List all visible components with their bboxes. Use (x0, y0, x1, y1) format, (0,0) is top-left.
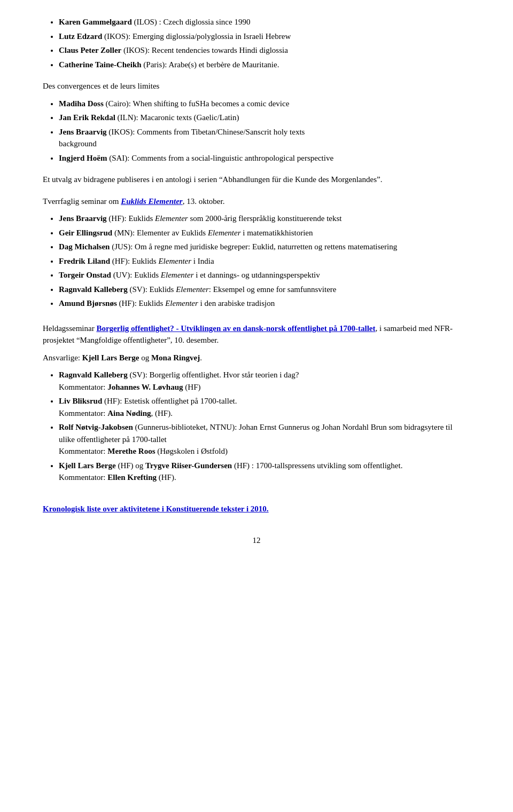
item-text: (IKOS): Comments from Tibetan/Chinese/Sa… (107, 128, 305, 136)
item-text: (JUS): Om å regne med juridiske begreper… (110, 242, 397, 251)
tverrfaglig-section: Tverrfaglig seminar om Euklids Elementer… (43, 195, 470, 310)
intro-bullet-section: Karen Gammelgaard (ILOS) : Czech digloss… (43, 16, 470, 70)
ansvarlige-period: . (200, 353, 202, 362)
author-name: Torgeir Onstad (59, 271, 111, 279)
item-text: (ILOS) : Czech diglossia since 1990 (132, 18, 251, 26)
author-name: Jens Braarvig (59, 128, 107, 136)
author-name: Lutz Edzard (59, 32, 102, 41)
convergences-section: Des convergences et de leurs limites Mad… (43, 80, 470, 164)
kommentar-label: Kommentator: (59, 473, 107, 482)
list-item: Amund Bjørsnøs (HF): Euklids Elementer i… (59, 297, 470, 310)
heldags-bullet-list: Ragnvald Kalleberg (SV): Borgerlig offen… (59, 369, 470, 484)
kommentar-name: Ellen Krefting (107, 473, 157, 482)
list-item: Jan Erik Rekdal (ILN): Macaronic texts (… (59, 112, 470, 124)
list-item: Madiha Doss (Cairo): When shifting to fu… (59, 98, 470, 110)
item-text: (HF): Euklids Elementer i den arabiske t… (117, 299, 275, 308)
kommentar-label: Kommentator: (59, 447, 107, 455)
kommentar-name: Johannes W. Løvhaug (107, 383, 183, 391)
convergences-bullet-list: Madiha Doss (Cairo): When shifting to fu… (59, 98, 470, 164)
author-name: Dag Michalsen (59, 242, 110, 251)
tverrfaglig-link[interactable]: Euklids Elementer (121, 197, 182, 206)
page-number: 12 (43, 536, 470, 545)
item-text: (IKOS): Recent tendencies towards Hindi … (121, 46, 288, 54)
author-name: Jan Erik Rekdal (59, 113, 115, 122)
item-text: (ILN): Macaronic texts (Gaelic/Latin) (115, 113, 239, 122)
convergences-intro: Des convergences et de leurs limites (43, 80, 470, 92)
final-link-paragraph: Kronologisk liste over aktivitetene i Ko… (43, 503, 470, 515)
list-item: Ingjerd Hoëm (SAI): Comments from a soci… (59, 152, 470, 164)
author-name: Madiha Doss (59, 99, 104, 108)
list-item: Geir Ellingsrud (MN): Elementer av Eukli… (59, 227, 470, 239)
item-text: (UV): Euklids Elementer i et dannings- o… (111, 271, 320, 279)
ansvarlige-text: Ansvarlige: Kjell Lars Berge og Mona Rin… (43, 352, 470, 364)
main-content: Karen Gammelgaard (ILOS) : Czech digloss… (43, 16, 470, 545)
author-name: Kjell Lars Berge (59, 461, 116, 470)
kommentar-rest: (Høgskolen i Østfold) (156, 447, 228, 455)
heldags-section: Heldagsseminar Borgerlig offentlighet? -… (43, 322, 470, 484)
heldags-link[interactable]: Borgerlig offentlighet? - Utviklingen av… (96, 324, 375, 333)
ansvarlige-label: Ansvarlige: (43, 353, 82, 362)
item-text: (Cairo): When shifting to fuSHa becomes … (104, 99, 290, 108)
heldags-intro-text: Heldagsseminar Borgerlig offentlighet? -… (43, 322, 470, 346)
list-item: Dag Michalsen (JUS): Om å regne med juri… (59, 241, 470, 253)
list-item: Fredrik Liland (HF): Euklids Elementer i… (59, 255, 470, 267)
author-name: Karen Gammelgaard (59, 18, 132, 26)
kommentar-label: Kommentator: (59, 383, 107, 391)
item-text: (HF): Euklids Elementer som 2000-årig fl… (107, 214, 342, 223)
list-item: Rolf Nøtvig-Jakobsen (Gunnerus-bibliotek… (59, 421, 470, 458)
item-text: (HF): Euklids Elementer i India (110, 257, 214, 265)
item-text: (MN): Elementer av Euklids Elementer i m… (112, 228, 313, 237)
kommentar-name: Merethe Roos (107, 447, 155, 455)
heldags-label: Heldagsseminar (43, 324, 96, 333)
author-name: Jens Braarvig (59, 214, 107, 223)
list-item: Karen Gammelgaard (ILOS) : Czech digloss… (59, 16, 470, 28)
author-name: Fredrik Liland (59, 257, 110, 265)
page-number-text: 12 (253, 536, 261, 545)
background-text: background (59, 139, 97, 148)
list-item: Claus Peter Zoller (IKOS): Recent tenden… (59, 44, 470, 57)
ansvarlige-og: og (139, 353, 151, 362)
author-name: Ingjerd Hoëm (59, 154, 107, 162)
list-item: Kjell Lars Berge (HF) og Trygve Riiser-G… (59, 460, 470, 484)
list-item: Liv Bliksrud (HF): Estetisk offentlighet… (59, 395, 470, 419)
list-item: Torgeir Onstad (UV): Euklids Elementer i… (59, 269, 470, 281)
list-item: Jens Braarvig (HF): Euklids Elementer so… (59, 212, 470, 225)
author-name: Catherine Taine-Cheikh (59, 60, 142, 69)
final-link-section: Kronologisk liste over aktivitetene i Ko… (43, 503, 470, 515)
author-name: Geir Ellingsrud (59, 228, 112, 237)
list-item: Catherine Taine-Cheikh (Paris): Arabe(s)… (59, 59, 470, 71)
item-text2: (HF) : 1700-tallspressens utvikling som … (232, 461, 402, 470)
author-name: Claus Peter Zoller (59, 46, 121, 54)
item-text: (HF): Estetisk offentlighet på 1700-tall… (102, 397, 237, 405)
item-text: (SV): Euklids Elementer: Eksempel og emn… (128, 285, 337, 294)
item-text: (HF) og (116, 461, 145, 470)
author-name: Amund Bjørsnøs (59, 299, 117, 308)
antologi-section: Et utvalg av bidragene publiseres i en a… (43, 174, 470, 186)
kommentar-name: Aina Nøding (107, 409, 151, 417)
ansvarlige-name1: Kjell Lars Berge (82, 353, 139, 362)
intro-bullet-list: Karen Gammelgaard (ILOS) : Czech digloss… (59, 16, 470, 70)
kommentar-rest: , (HF). (151, 409, 173, 417)
item-text: (Paris): Arabe(s) et berbère de Mauritan… (142, 60, 279, 69)
author-name: Rolf Nøtvig-Jakobsen (59, 423, 133, 431)
list-item: Lutz Edzard (IKOS): Emerging diglossia/p… (59, 30, 470, 43)
author-name2: Trygve Riiser-Gundersen (145, 461, 232, 470)
kommentar-label: Kommentator: (59, 409, 107, 417)
final-link[interactable]: Kronologisk liste over aktivitetene i Ko… (43, 504, 269, 513)
author-name: Ragnvald Kalleberg (59, 370, 128, 379)
antologi-text: Et utvalg av bidragene publiseres i en a… (43, 174, 470, 186)
author-name: Ragnvald Kalleberg (59, 285, 128, 294)
tverrfaglig-label: Tverrfaglig seminar om (43, 197, 121, 206)
kommentar-rest: (HF). (157, 473, 176, 482)
item-text: (IKOS): Emerging diglossia/polyglossia i… (102, 32, 291, 41)
list-item: Jens Braarvig (IKOS): Comments from Tibe… (59, 126, 470, 150)
item-text: (SV): Borgerlig offentlighet. Hvor står … (128, 370, 299, 379)
ansvarlige-name2: Mona Ringvej (151, 353, 200, 362)
item-text: (SAI): Comments from a social-linguistic… (107, 154, 333, 162)
kommentar-rest: (HF) (183, 383, 201, 391)
tverrfaglig-bullet-list: Jens Braarvig (HF): Euklids Elementer so… (59, 212, 470, 310)
tverrfaglig-intro-text: Tverrfaglig seminar om Euklids Elementer… (43, 195, 470, 208)
author-name: Liv Bliksrud (59, 397, 102, 405)
list-item: Ragnvald Kalleberg (SV): Borgerlig offen… (59, 369, 470, 393)
list-item: Ragnvald Kalleberg (SV): Euklids Element… (59, 283, 470, 296)
